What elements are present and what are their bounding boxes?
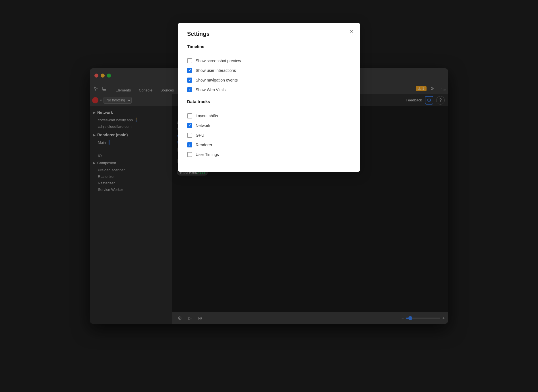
renderer-label: Renderer bbox=[196, 143, 212, 147]
web-vitals-checkbox[interactable]: ✓ bbox=[187, 87, 192, 92]
layout-shifts-label: Layout shifts bbox=[196, 114, 218, 118]
settings-modal: Settings × Timeline Show screenshot prev… bbox=[178, 68, 360, 172]
user-interactions-label: Show user interactions bbox=[196, 68, 236, 73]
check-icon: ✓ bbox=[188, 124, 191, 128]
checkbox-navigation-events: ✓ Show navigation events bbox=[187, 78, 351, 83]
checkbox-renderer: ✓ Renderer bbox=[187, 142, 351, 147]
data-tracks-divider bbox=[187, 108, 351, 108]
user-timings-label: User Timings bbox=[196, 152, 219, 157]
checkbox-user-timings: User Timings bbox=[187, 152, 351, 157]
navigation-events-checkbox[interactable]: ✓ bbox=[187, 78, 192, 83]
network-track-checkbox[interactable]: ✓ bbox=[187, 123, 192, 128]
user-timings-checkbox[interactable] bbox=[187, 152, 192, 157]
layout-shifts-checkbox[interactable] bbox=[187, 113, 192, 118]
data-tracks-section: Data tracks Layout shifts ✓ Network bbox=[187, 99, 351, 157]
check-icon: ✓ bbox=[188, 78, 191, 82]
checkbox-user-interactions: ✓ Show user interactions bbox=[187, 68, 351, 73]
checkbox-layout-shifts: Layout shifts bbox=[187, 113, 351, 118]
checkbox-network-track: ✓ Network bbox=[187, 123, 351, 128]
checkbox-web-vitals: ✓ Show Web Vitals bbox=[187, 87, 351, 92]
check-icon: ✓ bbox=[188, 143, 191, 147]
check-icon: ✓ bbox=[188, 88, 191, 92]
data-tracks-section-title: Data tracks bbox=[187, 99, 351, 104]
renderer-checkbox[interactable]: ✓ bbox=[187, 142, 192, 147]
network-track-label: Network bbox=[196, 123, 210, 128]
gpu-label: GPU bbox=[196, 133, 204, 137]
timeline-section: Timeline Show screenshot preview ✓ Show … bbox=[187, 68, 351, 92]
devtools-window: DevTools - coffee-cart.netlify.app/ bbox=[90, 68, 448, 324]
gpu-checkbox[interactable] bbox=[187, 133, 192, 138]
checkbox-gpu: GPU bbox=[187, 133, 351, 138]
user-interactions-checkbox[interactable]: ✓ bbox=[187, 68, 192, 73]
check-icon: ✓ bbox=[188, 68, 191, 72]
navigation-events-label: Show navigation events bbox=[196, 78, 238, 82]
modal-overlay: Settings × Timeline Show screenshot prev… bbox=[90, 68, 448, 324]
web-vitals-label: Show Web Vitals bbox=[196, 87, 225, 92]
